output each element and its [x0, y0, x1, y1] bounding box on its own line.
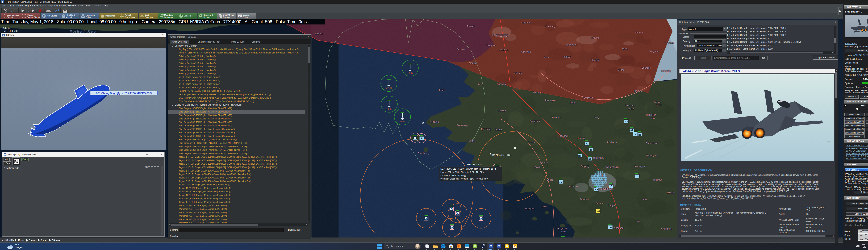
svg-text:Yeoju: Yeoju: [642, 198, 648, 200]
svg-text:Anbyon: Anbyon: [635, 31, 643, 33]
svg-text:Layer: -56ft to -95ft - Streng: Layer: -56ft to -95ft - Strength: 0,32 -…: [440, 171, 484, 174]
svg-text:Jindong: Jindong: [578, 137, 585, 139]
svg-text:Changdo: Changdo: [642, 66, 651, 69]
svg-text:C: C: [490, 245, 491, 246]
svg-text:Kangdong: Kangdong: [521, 21, 531, 24]
svg-text:Phangyo: Phangyo: [591, 59, 599, 61]
svg-text:DPRK SSM Site: DPRK SSM Site: [466, 163, 482, 166]
svg-text:Anseong: Anseong: [614, 226, 623, 229]
svg-text:myeon: myeon: [628, 107, 634, 110]
svg-text:myeon: myeon: [656, 104, 662, 106]
svg-text:Ansan-si: Ansan-si: [580, 198, 589, 200]
svg-text:Pocheon: Pocheon: [607, 141, 617, 144]
svg-text:Wonsan: Wonsan: [665, 41, 674, 44]
svg-text:1 min: 1 min: [29, 239, 36, 242]
svg-text:Haeju: Haeju: [495, 128, 502, 131]
svg-text:Kumgang: Kumgang: [661, 70, 671, 72]
svg-text:Uijeongbu: Uijeongbu: [593, 156, 604, 159]
svg-text:Samsan: Samsan: [539, 161, 548, 164]
svg-text:Chungju-si: Chungju-si: [661, 227, 672, 230]
svg-text:Daecheong: Daecheong: [418, 152, 430, 155]
svg-text:Koksan: Koksan: [563, 56, 571, 58]
svg-text:Jawol: Jawol: [541, 205, 547, 208]
svg-text:x1: x1: [10, 9, 14, 13]
svg-text:Yongmun: Yongmun: [653, 179, 662, 181]
svg-text:Yonan: Yonan: [528, 141, 535, 144]
svg-text:Pongchon: Pongchon: [530, 120, 540, 122]
svg-text:DRPK Artillery Sites: DRPK Artillery Sites: [492, 154, 512, 156]
svg-text:Sinphyong: Sinphyong: [566, 43, 576, 46]
svg-text:Sangwon: Sangwon: [521, 51, 531, 53]
svg-text:Sinwon: Sinwon: [498, 110, 506, 112]
svg-text:15 sec: 15 sec: [18, 239, 25, 242]
svg-text:Kosan: Kosan: [622, 48, 628, 50]
svg-text:Phyongsan: Phyongsan: [545, 99, 556, 101]
svg-text:Jungsan: Jungsan: [467, 25, 475, 27]
svg-text:Seongnam: Seongnam: [601, 187, 613, 190]
svg-text:Goyang: Goyang: [581, 165, 589, 167]
svg-text:Suan: Suan: [544, 56, 549, 59]
svg-text:x1: x1: [28, 9, 31, 13]
svg-text:Bukdo: Bukdo: [547, 179, 553, 181]
svg-text:Poptong: Poptong: [591, 36, 599, 39]
svg-text:15 min: 15 min: [52, 239, 60, 242]
svg-text:Kangnam: Kangnam: [487, 44, 496, 47]
svg-text:Yonthan: Yonthan: [514, 72, 522, 74]
svg-text:Sariwon: Sariwon: [497, 83, 506, 86]
svg-text:Seongmun-: Seongmun-: [556, 227, 567, 230]
svg-text:Anak: Anak: [477, 83, 483, 86]
svg-text:Ongjin: Ongjin: [469, 139, 475, 142]
svg-text:5 min: 5 min: [41, 239, 48, 242]
svg-text:Kwail: Kwail: [439, 89, 444, 91]
svg-text:Thosan: Thosan: [568, 101, 576, 104]
svg-text:Weather: Clear sky - No rain -: Weather: Clear sky - No rain - 25°C - Wi…: [440, 178, 488, 180]
svg-text:eup: eup: [651, 117, 655, 119]
svg-text:Wonju: Wonju: [667, 191, 674, 194]
svg-text:Jung: Jung: [594, 116, 599, 119]
svg-text:Local time: 08:00:00 (Day): Local time: 08:00:00 (Day): [440, 174, 466, 177]
svg-text:Pyoksong: Pyoksong: [481, 128, 491, 130]
svg-text:Geunnam-: Geunnam-: [625, 104, 635, 107]
svg-text:Yul: Yul: [637, 220, 640, 223]
svg-text:Nampo: Nampo: [469, 61, 477, 64]
svg-text:Sohung: Sohung: [533, 91, 541, 94]
svg-text:Yongin: Yongin: [608, 204, 615, 207]
svg-text:Deokjeok: Deokjeok: [525, 207, 535, 210]
svg-text:P'yŏngyang: P'yŏngyang: [492, 33, 507, 37]
svg-text:Taet'an-eup: Taet'an-eup: [457, 124, 468, 127]
svg-text:Namyangju: Namyangju: [607, 166, 619, 168]
svg-text:Ch'ŏrwŏn: Ch'ŏrwŏn: [584, 96, 593, 99]
svg-text:Haiyang: Haiyang: [315, 32, 323, 35]
svg-text:Onchon: Onchon: [457, 48, 465, 51]
svg-text:C: C: [498, 245, 499, 246]
svg-text:Hwacheon-: Hwacheon-: [646, 114, 657, 116]
svg-text:N37°42'38", E124°55'20" - 209n: N37°42'38", E124°55'20" - 209nm from sel…: [440, 168, 496, 170]
svg-text:Nam-myeon: Nam-myeon: [634, 165, 646, 167]
svg-text:Hoechang: Hoechang: [545, 25, 555, 28]
svg-text:Imnam-: Imnam-: [654, 101, 661, 103]
svg-text:Seodo: Seodo: [534, 166, 541, 168]
svg-text:Chuncheon: Chuncheon: [646, 142, 658, 145]
svg-text:myeon: myeon: [561, 230, 567, 233]
svg-text:Tongchon: Tongchon: [649, 50, 659, 53]
svg-text:Kaesong: Kaesong: [558, 134, 567, 137]
svg-text:Kumchon: Kumchon: [552, 116, 561, 119]
svg-text:Sepho: Sepho: [618, 69, 624, 71]
svg-text:Ryongyŏn: Ryongyŏn: [429, 121, 439, 123]
svg-text:Junghwa: Junghwa: [499, 48, 508, 51]
svg-text:Nam-myeon: Nam-myeon: [646, 154, 657, 157]
svg-text:Suwon: Suwon: [596, 202, 603, 205]
svg-text:Incheon: Incheon: [568, 185, 578, 188]
